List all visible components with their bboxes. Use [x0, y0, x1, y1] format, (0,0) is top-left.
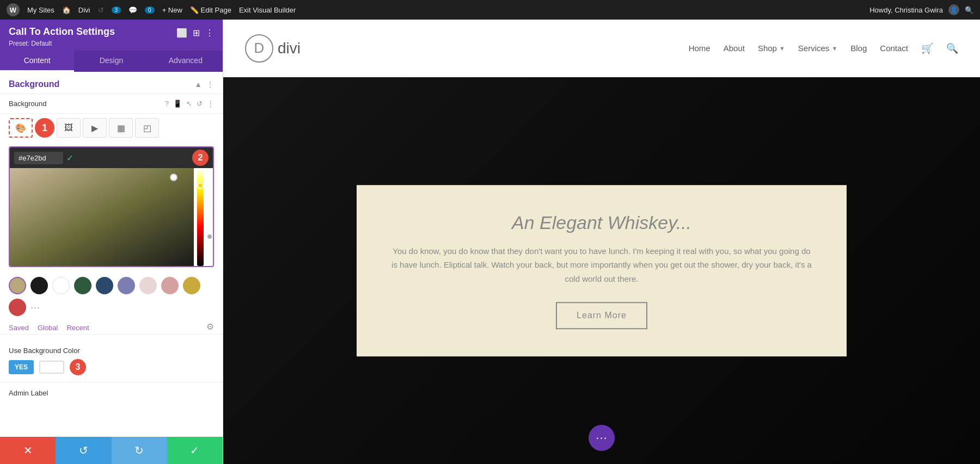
panel-title: Call To Action Settings — [9, 26, 115, 38]
gradient-handle[interactable] — [170, 174, 177, 181]
swatch-4[interactable] — [74, 277, 91, 294]
site-logo[interactable]: D divi — [245, 34, 301, 63]
bg-pattern-type-btn[interactable]: ▦ — [109, 118, 133, 138]
admin-bar: W My Sites 🏠 Divi ↺ 3 💬 0 + New ✏️ Edit … — [0, 0, 980, 20]
hex-input[interactable] — [14, 152, 63, 164]
hue-handle[interactable] — [197, 182, 204, 189]
swatch-6[interactable] — [118, 277, 135, 294]
redo-button[interactable]: ↻ — [112, 437, 167, 464]
floating-dots-button[interactable]: ··· — [589, 425, 615, 451]
nav-services[interactable]: Services ▼ — [798, 44, 837, 53]
shop-dropdown-arrow: ▼ — [779, 45, 785, 52]
cta-title: An Elegant Whiskey... — [389, 212, 814, 233]
bg-color-type-btn[interactable]: 🎨 — [9, 118, 33, 138]
exit-builder-link[interactable]: Exit Visual Builder — [239, 6, 296, 14]
swatch-more[interactable]: ··· — [30, 302, 40, 313]
swatch-10[interactable] — [9, 299, 26, 316]
panel-preset[interactable]: Preset: Default — [9, 40, 214, 47]
color-tab-global[interactable]: Global — [38, 321, 58, 334]
howdy-text: Howdy, Christina Gwira — [869, 6, 943, 14]
background-section-header: Background ▲ ⋮ — [0, 72, 223, 94]
section-more-icon[interactable]: ⋮ — [206, 80, 214, 89]
services-dropdown-arrow: ▼ — [831, 45, 837, 52]
comment-count: 3 — [112, 7, 121, 14]
bg-image-type-btn[interactable]: 🖼 — [57, 118, 81, 138]
settings-panel: Call To Action Settings ⬜ ⊞ ⋮ Preset: De… — [0, 20, 223, 464]
circle-num-1: 1 — [35, 118, 54, 138]
nav-about[interactable]: About — [724, 44, 745, 53]
background-section-title: Background — [9, 79, 59, 89]
swatch-3[interactable] — [52, 277, 70, 294]
comment-badge: 0 — [145, 7, 155, 14]
panel-tabs: Content Design Advanced — [0, 51, 223, 72]
wordpress-icon[interactable]: W — [7, 3, 20, 16]
user-avatar[interactable]: 👤 — [948, 4, 959, 15]
nav-blog[interactable]: Blog — [850, 44, 867, 53]
site-preview: D divi Home About Shop ▼ Services ▼ Blog… — [223, 20, 980, 464]
color-tab-recent[interactable]: Recent — [66, 321, 89, 334]
swatch-9[interactable] — [183, 277, 200, 294]
color-picker: ✓ 2 — [9, 146, 214, 267]
confirm-button[interactable]: ✓ — [167, 437, 223, 464]
hue-slider[interactable] — [197, 168, 204, 266]
color-tab-settings-icon[interactable]: ⚙ — [206, 321, 214, 334]
swatch-8[interactable] — [161, 277, 179, 294]
background-type-buttons: 🎨 1 🖼 ▶ ▦ ◰ — [0, 114, 223, 142]
panel-content: Background ▲ ⋮ Background ? 📱 ↖ ↺ ⋮ — [0, 72, 223, 437]
cursor-icon[interactable]: ↖ — [186, 100, 192, 108]
search-icon[interactable]: 🔍 — [946, 42, 958, 54]
comment-icon[interactable]: 💬 — [128, 6, 137, 14]
logo-text: divi — [278, 40, 301, 57]
edit-page-link[interactable]: ✏️ Edit Page — [190, 6, 231, 14]
reset-icon[interactable]: ↺ — [197, 100, 203, 108]
mobile-icon[interactable]: 📱 — [173, 100, 182, 108]
panel-bottom-buttons: ✕ ↺ ↻ ✓ — [0, 437, 223, 464]
nav-home[interactable]: Home — [689, 44, 710, 53]
circle-num-3: 3 — [70, 359, 86, 375]
color-tab-saved[interactable]: Saved — [9, 321, 29, 334]
admin-label-section: Admin Label — [0, 382, 223, 397]
cancel-button[interactable]: ✕ — [0, 437, 56, 464]
use-bg-color-label: Use Background Color — [9, 347, 214, 355]
color-swatches: ··· — [0, 271, 223, 321]
tab-design[interactable]: Design — [74, 51, 148, 72]
mysites-link[interactable]: My Sites — [27, 6, 54, 14]
cta-text: You do know, you do know that they don't… — [389, 244, 814, 286]
more-icon[interactable]: ⋮ — [207, 100, 214, 108]
panel-icon-resize[interactable]: ⬜ — [176, 28, 187, 38]
cart-icon[interactable]: 🛒 — [921, 42, 933, 54]
opacity-slider[interactable] — [206, 168, 213, 266]
hero-section: An Elegant Whiskey... You do know, you d… — [223, 77, 980, 464]
bg-video-type-btn[interactable]: ▶ — [83, 118, 107, 138]
new-link[interactable]: + New — [162, 6, 182, 14]
swatch-2[interactable] — [30, 277, 48, 294]
background-label: Background — [9, 100, 46, 108]
use-bg-color-section: Use Background Color YES 3 — [0, 340, 223, 382]
swatch-1[interactable] — [9, 277, 26, 294]
swatch-5[interactable] — [96, 277, 113, 294]
circle-num-2: 2 — [192, 150, 209, 166]
help-icon[interactable]: ? — [165, 100, 169, 108]
color-confirm-icon[interactable]: ✓ — [66, 153, 74, 163]
site-header: D divi Home About Shop ▼ Services ▼ Blog… — [223, 20, 980, 77]
tab-advanced[interactable]: Advanced — [149, 51, 223, 72]
swatch-7[interactable] — [139, 277, 157, 294]
toggle-box[interactable] — [39, 361, 64, 374]
admin-label-title: Admin Label — [9, 389, 214, 397]
nav-shop[interactable]: Shop ▼ — [758, 44, 785, 53]
tab-content[interactable]: Content — [0, 51, 74, 72]
gradient-canvas[interactable] — [10, 168, 194, 266]
cta-learn-more-button[interactable]: Learn More — [556, 302, 647, 329]
nav-contact[interactable]: Contact — [880, 44, 908, 53]
bg-mask-type-btn[interactable]: ◰ — [135, 118, 159, 138]
yes-toggle-btn[interactable]: YES — [9, 360, 34, 374]
undo-button[interactable]: ↺ — [56, 437, 111, 464]
search-admin-icon[interactable]: 🔍 — [965, 6, 973, 14]
color-input-row: ✓ 2 — [10, 147, 213, 168]
panel-icon-grid[interactable]: ⊞ — [193, 28, 200, 38]
panel-icon-more[interactable]: ⋮ — [205, 28, 214, 38]
site-nav: Home About Shop ▼ Services ▼ Blog Contac… — [689, 42, 958, 54]
divi-link[interactable]: Divi — [78, 6, 90, 14]
opacity-handle[interactable] — [206, 233, 213, 240]
section-collapse-icon[interactable]: ▲ — [194, 80, 202, 89]
